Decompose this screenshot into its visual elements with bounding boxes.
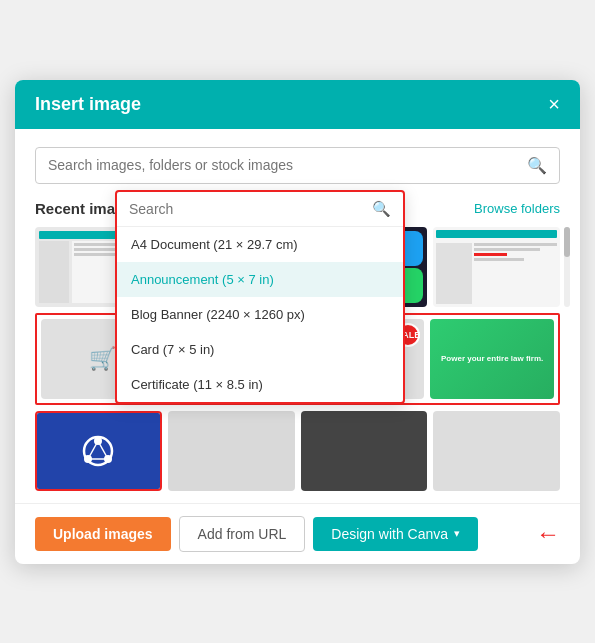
dropdown-item[interactable]: Blog Banner (2240 × 1260 px) xyxy=(117,297,403,332)
dropdown-overlay: 🔍 A4 Document (21 × 29.7 cm) Announcemen… xyxy=(115,190,405,404)
dropdown-search-input[interactable] xyxy=(129,201,372,217)
images-row-3 xyxy=(35,411,560,491)
modal-header: Insert image × xyxy=(15,80,580,129)
scrollbar-thumb[interactable] xyxy=(564,227,570,257)
dropdown-search-icon: 🔍 xyxy=(372,200,391,218)
svg-line-5 xyxy=(98,441,108,459)
insert-image-modal: Insert image × 🔍 Recent images Browse fo… xyxy=(15,80,580,564)
image-content xyxy=(433,227,560,307)
search-bar: 🔍 xyxy=(35,147,560,184)
image-thumb[interactable] xyxy=(168,411,295,491)
dropdown-item[interactable]: Certificate (11 × 8.5 in) xyxy=(117,367,403,402)
modal-title: Insert image xyxy=(35,94,141,115)
dropdown-item[interactable]: A4 Document (21 × 29.7 cm) xyxy=(117,227,403,262)
close-button[interactable]: × xyxy=(548,94,560,114)
modal-body: 🔍 Recent images Browse folders xyxy=(15,129,580,497)
modal-footer: Upload images Add from URL Design with C… xyxy=(15,503,580,564)
dropdown-search-bar: 🔍 xyxy=(117,192,403,227)
svg-line-4 xyxy=(88,441,98,459)
chevron-down-icon: ▾ xyxy=(454,527,460,540)
dropdown-list: A4 Document (21 × 29.7 cm) Announcement … xyxy=(117,227,403,402)
scrollbar-track xyxy=(564,227,570,307)
image-thumb[interactable] xyxy=(301,411,428,491)
search-icon: 🔍 xyxy=(527,156,547,175)
image-thumb[interactable] xyxy=(433,227,560,307)
image-thumb[interactable]: Power your entire law firm. xyxy=(430,319,554,399)
image-content xyxy=(37,413,160,489)
arrow-indicator: ← xyxy=(536,520,560,548)
upload-images-button[interactable]: Upload images xyxy=(35,517,171,551)
browse-folders-link[interactable]: Browse folders xyxy=(474,201,560,216)
image-thumb[interactable] xyxy=(35,411,162,491)
image-thumb[interactable] xyxy=(433,411,560,491)
image-content: Power your entire law firm. xyxy=(430,319,554,399)
design-with-canva-button[interactable]: Design with Canva ▾ xyxy=(313,517,478,551)
search-input[interactable] xyxy=(48,157,527,173)
dropdown-item-active[interactable]: Announcement (5 × 7 in) xyxy=(117,262,403,297)
canva-label: Design with Canva xyxy=(331,526,448,542)
dropdown-item[interactable]: Card (7 × 5 in) xyxy=(117,332,403,367)
add-from-url-button[interactable]: Add from URL xyxy=(179,516,306,552)
logo-svg xyxy=(78,431,118,471)
